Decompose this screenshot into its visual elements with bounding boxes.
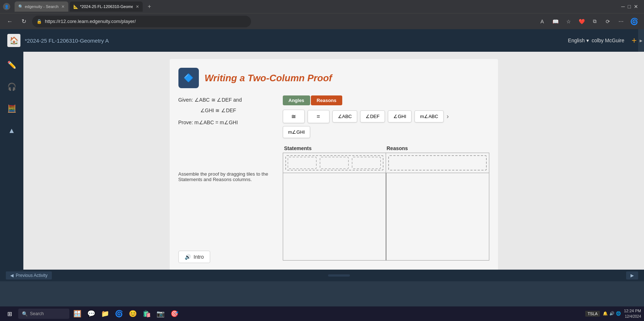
drop-zone-inner-2 xyxy=(320,157,349,169)
tab-geometry-favicon: 📐 xyxy=(73,4,78,9)
tab-search[interactable]: 🔍 edgenuity - Search ✕ xyxy=(15,1,68,12)
favorites-icon[interactable]: ❤️ xyxy=(576,16,587,27)
instructions-text: Assemble the proof by dragging tiles to … xyxy=(178,171,273,182)
refresh-button[interactable]: ↻ xyxy=(18,16,29,27)
reasons-drop-area[interactable] xyxy=(386,153,489,173)
tab-search-close[interactable]: ✕ xyxy=(61,4,65,9)
maximize-button[interactable]: □ xyxy=(628,4,631,9)
previous-activity-button[interactable]: ◀ Previous Activity xyxy=(6,271,52,279)
statements-header: Statements xyxy=(284,145,387,151)
instructions-paragraph: Assemble the proof by dragging tiles to … xyxy=(178,171,273,182)
nav-bar: ← ↻ 🔒 https://r12.core.learn.edgenuity.c… xyxy=(0,13,644,29)
language-selector[interactable]: English ▾ xyxy=(568,38,589,43)
reasons-header: Reasons xyxy=(387,145,489,151)
more-options-icon[interactable]: ⋯ xyxy=(616,16,626,27)
tab-geometry[interactable]: 📐 *2024-25 FL-1206310-Geometry ✕ xyxy=(70,1,143,12)
minimize-button[interactable]: ─ xyxy=(621,4,625,9)
taskbar-widgets-icon[interactable]: 🪟 xyxy=(72,308,83,320)
bottom-nav: ◀ Previous Activity ▶ xyxy=(0,270,644,281)
proof-reasons-body[interactable] xyxy=(386,173,489,261)
date-text: 12/4/2024 xyxy=(624,314,641,319)
tab-geometry-close[interactable]: ✕ xyxy=(136,4,139,9)
tile-def[interactable]: ∠DEF xyxy=(360,110,385,122)
language-dropdown-icon: ▾ xyxy=(586,38,589,43)
tile-congruent-label: ≅ xyxy=(291,113,296,120)
intro-button[interactable]: 🔊 Intro xyxy=(178,251,210,263)
reader-mode-icon[interactable]: A xyxy=(537,16,548,27)
tsla-label: TSLA xyxy=(587,312,598,316)
bookmark-icon[interactable]: ☆ xyxy=(563,16,574,27)
proof-drop-row xyxy=(283,153,489,173)
window-controls: ─ □ ✕ xyxy=(621,4,641,9)
app-logo: 🏠 xyxy=(7,34,20,47)
tiles-tabs: Angles Reasons xyxy=(283,95,489,105)
new-tab-button[interactable]: + xyxy=(144,1,154,12)
proof-section: Statements Reasons xyxy=(283,145,489,261)
sidebar-pencil-button[interactable]: ✏️ xyxy=(4,58,19,72)
taskbar-edge-icon[interactable]: 🌀 xyxy=(113,308,125,320)
tiles-next-arrow[interactable]: › xyxy=(447,113,449,120)
tile-equals[interactable]: = xyxy=(308,110,329,123)
taskbar: ⊞ 🔍 Search 🪟 💬 📁 🌀 😊 🛍️ 📷 🎯 TSLA 🔔 🔊 🌐 1… xyxy=(0,306,644,321)
tile-def-label: ∠DEF xyxy=(366,114,379,119)
taskbar-search[interactable]: 🔍 Search xyxy=(18,309,69,319)
taskbar-app9-icon[interactable]: 🎯 xyxy=(169,308,180,320)
reading-view-icon[interactable]: 📖 xyxy=(550,16,561,27)
taskbar-photos-icon[interactable]: 📷 xyxy=(155,308,166,320)
tab-search-label: edgenuity - Search xyxy=(25,4,58,9)
tile-abc-label: ∠ABC xyxy=(338,114,352,119)
main-content-row: Given: ∠ABC ≅ ∠DEF and ∠GHI ≅ ∠DEF Prove… xyxy=(178,95,489,261)
lesson-header: 🔷 Writing a Two-Column Proof xyxy=(178,68,489,88)
time-display: 12:24 PM 12/4/2024 xyxy=(624,308,641,319)
reasons-drop-zone[interactable] xyxy=(388,155,487,171)
tile-congruent[interactable]: ≅ xyxy=(283,110,305,123)
statements-drop-area[interactable] xyxy=(283,153,386,173)
tile-ghi-label: ∠GHI xyxy=(393,114,406,119)
proof-statements-body[interactable] xyxy=(283,173,386,261)
sidebar-calculator-button[interactable]: 🧮 xyxy=(4,101,19,116)
progress-bar xyxy=(328,274,350,277)
reasons-tab[interactable]: Reasons xyxy=(311,95,342,105)
collections-icon[interactable]: ⧉ xyxy=(589,16,600,27)
try-it-icon: 🔷 xyxy=(178,68,199,88)
tab-geometry-label: *2024-25 FL-1206310-Geometry xyxy=(80,4,133,9)
back-button[interactable]: ← xyxy=(4,16,15,27)
language-label: English xyxy=(568,38,585,43)
previous-label: Previous Activity xyxy=(16,273,47,278)
next-activity-button[interactable]: ▶ xyxy=(626,271,638,279)
add-button[interactable]: + xyxy=(632,35,637,46)
taskbar-folder-icon[interactable]: 📁 xyxy=(99,308,111,320)
sidebar-up-button[interactable]: ▲ xyxy=(4,123,19,138)
tile-mabc[interactable]: m∠ABC xyxy=(414,110,444,122)
given-line1: Given: ∠ABC ≅ ∠DEF and xyxy=(178,95,277,105)
statements-drop-zone[interactable] xyxy=(285,155,384,171)
taskbar-chat-icon[interactable]: 💬 xyxy=(85,308,97,320)
sys-tray: TSLA 🔔 🔊 🌐 12:24 PM 12/4/2024 xyxy=(585,308,641,319)
tile-mghi[interactable]: m∠GHI xyxy=(283,126,311,138)
tray-icons: 🔔 🔊 🌐 xyxy=(603,311,621,316)
profile-icon[interactable]: 👤 xyxy=(3,3,10,10)
edge-icon[interactable]: 🌀 xyxy=(629,16,640,27)
tile-abc[interactable]: ∠ABC xyxy=(332,110,358,122)
content-area: 🔷 Writing a Two-Column Proof Given: ∠ABC… xyxy=(23,52,644,270)
taskbar-store-icon[interactable]: 🛍️ xyxy=(141,308,153,320)
proof-body xyxy=(283,173,489,261)
angles-tab[interactable]: Angles xyxy=(283,95,310,105)
tray-icon-1: 🔔 xyxy=(603,311,608,316)
taskbar-people-icon[interactable]: 😊 xyxy=(127,308,139,320)
sidebar-headphones-button[interactable]: 🎧 xyxy=(4,79,19,94)
prove-line: Prove: m∠ABC = m∠GHI xyxy=(178,118,277,127)
drop-zone-inner-3 xyxy=(352,157,381,169)
search-label: Search xyxy=(30,311,44,316)
start-button[interactable]: ⊞ xyxy=(3,307,16,320)
sidebar: ✏️ 🎧 🧮 ▲ xyxy=(0,52,23,270)
tab-bar: 👤 🔍 edgenuity - Search ✕ 📐 *2024-25 FL-1… xyxy=(0,0,644,13)
time-text: 12:24 PM xyxy=(624,308,641,314)
search-icon: 🔍 xyxy=(22,311,28,317)
tile-ghi[interactable]: ∠GHI xyxy=(388,110,412,122)
url-text: https://r12.core.learn.edgenuity.com/pla… xyxy=(45,19,136,24)
address-bar[interactable]: 🔒 https://r12.core.learn.edgenuity.com/p… xyxy=(32,16,251,27)
browser-sync-icon[interactable]: ⟳ xyxy=(602,16,613,27)
proof-table-headers: Statements Reasons xyxy=(283,145,489,151)
close-button[interactable]: ✕ xyxy=(634,4,638,9)
